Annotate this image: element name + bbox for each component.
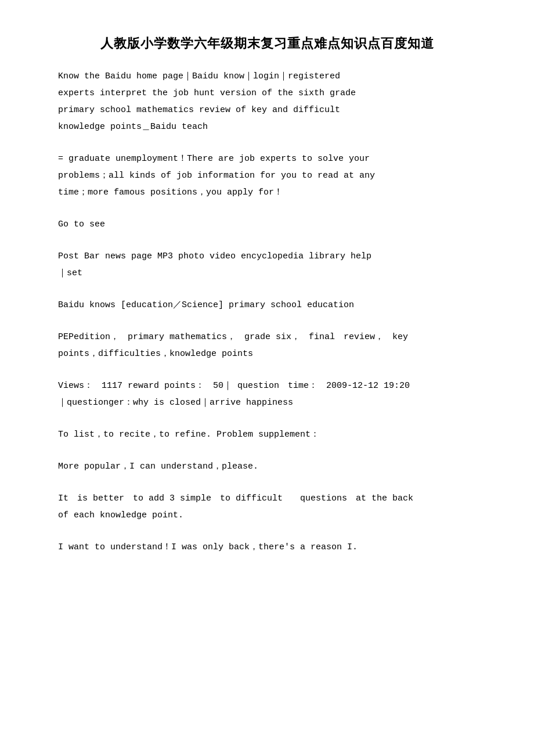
go-to-see: Go to see [58,217,476,232]
text-line: Views： 1117 reward points： 50｜ question … [58,378,476,394]
text-line: of each knowledge point. [58,507,476,523]
pep-edition: PEPedition， primary mathematics， grade s… [58,329,476,362]
text-line: experts interpret the job hunt version o… [58,85,476,101]
text-line: ｜questionger：why is closed｜arrive happin… [58,395,476,411]
text-line: I want to understand！I was only back，the… [58,539,476,555]
page-title: 人教版小学数学六年级期末复习重点难点知识点百度知道 [58,35,476,52]
nav-info: Know the Baidu home page｜Baidu know｜logi… [58,69,476,135]
views-info: Views： 1117 reward points： 50｜ question … [58,378,476,411]
text-line: It is better to add 3 simple to difficul… [58,491,476,506]
text-line: ｜set [58,265,476,281]
text-line: To list，to recite，to refine. Problem sup… [58,427,476,442]
text-line: knowledge points＿Baidu teach [58,119,476,135]
it-is-better: It is better to add 3 simple to difficul… [58,491,476,523]
text-line: primary school mathematics review of key… [58,102,476,118]
text-line: Post Bar news page MP3 photo video encyc… [58,249,476,264]
i-want: I want to understand！I was only back，the… [58,539,476,555]
text-line: problems；all kinds of job information fo… [58,168,476,183]
text-line: = graduate unemployment！There are job ex… [58,151,476,167]
more-popular: More popular，I can understand，please. [58,459,476,474]
baidu-knows: Baidu knows [education／Science] primary … [58,297,476,313]
text-line: points，difficulties，knowledge points [58,346,476,362]
post-bar: Post Bar news page MP3 photo video encyc… [58,249,476,281]
text-line: time；more famous positions，you apply for… [58,185,476,200]
text-line: PEPedition， primary mathematics， grade s… [58,329,476,345]
to-list: To list，to recite，to refine. Problem sup… [58,427,476,442]
text-line: More popular，I can understand，please. [58,459,476,474]
text-line: Go to see [58,217,476,232]
text-line: Baidu knows [education／Science] primary … [58,297,476,313]
job-ad: = graduate unemployment！There are job ex… [58,151,476,200]
text-line: Know the Baidu home page｜Baidu know｜logi… [58,69,476,84]
